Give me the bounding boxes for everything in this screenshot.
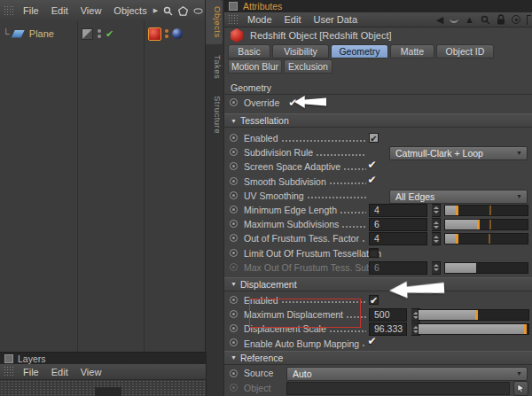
menu-file[interactable]: File [17, 367, 45, 377]
displacement-scale-slider[interactable] [418, 323, 529, 335]
menu-file[interactable]: File [17, 5, 45, 16]
keyframe-dot-icon[interactable] [230, 369, 238, 377]
object-picker-button[interactable] [513, 381, 528, 396]
tessellation-header[interactable]: ▼ Tessellation [224, 113, 532, 128]
attributes-titlebar: Attributes [224, 0, 532, 12]
row-source: Source Auto▼ [224, 365, 532, 381]
spinner[interactable] [432, 218, 441, 231]
redshift-object-tag-icon[interactable] [148, 27, 161, 41]
keyframe-dot-icon[interactable] [230, 249, 238, 257]
tab-object-id[interactable]: Object ID [436, 44, 494, 58]
menu-mode[interactable]: Mode [241, 14, 278, 25]
auto-bump-checkbox[interactable]: ✔ [367, 337, 377, 346]
keyframe-dot-icon[interactable] [230, 162, 238, 170]
lock-icon[interactable] [497, 14, 505, 25]
screen-space-adaptive-checkbox[interactable]: ✔ [367, 160, 377, 170]
object-name[interactable]: Plane [29, 28, 54, 39]
maximum-displacement-slider[interactable] [418, 309, 529, 321]
keyframe-dot-icon[interactable] [230, 148, 238, 156]
menu-edit[interactable]: Edit [45, 5, 74, 16]
maximum-subdivisions-field[interactable]: 6 [369, 218, 427, 231]
object-link-field[interactable] [286, 382, 510, 395]
texture-tag-icon[interactable] [172, 28, 183, 39]
spinner[interactable] [432, 232, 441, 245]
orange-dots-icon[interactable] [165, 29, 168, 38]
tab-basic[interactable]: Basic [228, 44, 270, 58]
minimum-edge-length-slider[interactable] [444, 205, 528, 216]
keyframe-dot-icon[interactable] [230, 310, 238, 318]
tab-exclusion[interactable]: Exclusion [284, 59, 332, 74]
disp-enabled-checkbox[interactable]: ✔ [369, 295, 379, 305]
menu-edit[interactable]: Edit [278, 14, 308, 25]
keyframe-dot-icon[interactable] [230, 177, 238, 185]
tab-visibility[interactable]: Visibility [272, 44, 329, 58]
drag-grip-icon[interactable] [4, 5, 15, 17]
keyframe-dot-icon[interactable] [230, 324, 238, 332]
enabled-check-icon[interactable]: ✔ [106, 28, 113, 40]
object-row-plane[interactable]: └ Plane ✔ [0, 24, 206, 43]
displacement-header[interactable]: ▼ Displacement [224, 277, 532, 291]
reference-header[interactable]: ▼ Reference [224, 351, 532, 365]
tab-motion-blur[interactable]: Motion Blur [228, 59, 282, 74]
panel-icon[interactable] [4, 354, 13, 363]
layers-texture-band [0, 380, 206, 396]
track-focus-icon[interactable] [512, 15, 520, 24]
menu-view[interactable]: View [74, 5, 108, 16]
menu-view[interactable]: View [74, 367, 108, 377]
tab-objects[interactable]: Objects [206, 0, 223, 44]
search-icon[interactable] [163, 6, 173, 16]
home-icon[interactable] [178, 6, 188, 16]
object-header: Redshift Object [Redshift Object] [224, 27, 532, 44]
subdivision-rule-dropdown[interactable]: Catmull-Clark + Loop▼ [389, 146, 528, 160]
smooth-subdivision-checkbox[interactable]: ✔ [367, 175, 377, 185]
eye-icon[interactable] [193, 8, 203, 14]
row-tess-enabled: Enabled ✔ [224, 131, 532, 145]
minimum-edge-length-field[interactable]: 4 [369, 204, 427, 217]
layer-swatch-icon[interactable] [82, 28, 93, 40]
oof-factor-field[interactable]: 4 [369, 232, 427, 245]
tags-column [148, 24, 183, 43]
displacement-scale-field[interactable]: 96.333 [369, 322, 407, 336]
search-icon[interactable] [481, 15, 490, 25]
tab-structure[interactable]: Structure [206, 89, 223, 140]
layers-panel: Layers File Edit View [0, 352, 206, 396]
maximum-displacement-field[interactable]: 500 [369, 308, 407, 322]
leader-dots [307, 197, 366, 198]
source-dropdown[interactable]: Auto▼ [286, 367, 528, 381]
keyframe-dot-icon[interactable] [230, 220, 238, 228]
menu-edit[interactable]: Edit [45, 367, 74, 377]
tess-enabled-checkbox[interactable]: ✔ [369, 133, 379, 143]
dropdown-arrow-icon: ▼ [516, 368, 522, 380]
keyframe-dot-icon[interactable] [230, 296, 238, 304]
panel-icon[interactable] [229, 2, 238, 11]
keyframe-dot-icon[interactable] [230, 134, 238, 142]
tab-takes[interactable]: Takes [206, 49, 223, 85]
spinner[interactable] [432, 204, 441, 217]
keyframe-dot-icon[interactable] [230, 234, 238, 242]
menu-objects[interactable]: Objects [107, 5, 153, 16]
keyframe-dot-icon[interactable] [230, 98, 238, 106]
menu-user-data[interactable]: User Data [308, 14, 364, 25]
plane-object-icon[interactable] [12, 30, 25, 38]
keyframe-dot-icon[interactable] [230, 191, 238, 199]
drag-grip-icon[interactable] [4, 366, 15, 377]
menu-overflow-icon[interactable]: ▶ [153, 7, 158, 14]
attributes-content: Geometry Override ✔ ▼ Tessellation Enabl… [224, 74, 532, 396]
object-header-title: Redshift Object [Redshift Object] [250, 30, 392, 41]
limit-oof-checkbox[interactable] [369, 248, 379, 258]
visibility-dots-icon[interactable] [98, 29, 101, 38]
uv-smoothing-dropdown[interactable]: All Edges▼ [389, 190, 528, 204]
oof-factor-slider[interactable] [444, 233, 528, 245]
leader-dots [362, 345, 366, 346]
drag-grip-icon[interactable] [228, 14, 239, 26]
leader-dots [281, 140, 366, 142]
history-back-icon[interactable]: ◀ [436, 15, 443, 25]
history-forward-icon[interactable] [450, 17, 458, 23]
keyframe-dot-icon[interactable] [230, 206, 238, 214]
row-displacement-scale: Displacement Scale 96.333 [224, 322, 532, 336]
tab-geometry[interactable]: Geometry [331, 44, 388, 58]
up-level-icon[interactable]: ▲ [465, 15, 474, 25]
keyframe-dot-icon[interactable] [230, 338, 238, 346]
maximum-subdivisions-slider[interactable] [444, 219, 528, 230]
tab-matte[interactable]: Matte [390, 44, 434, 58]
